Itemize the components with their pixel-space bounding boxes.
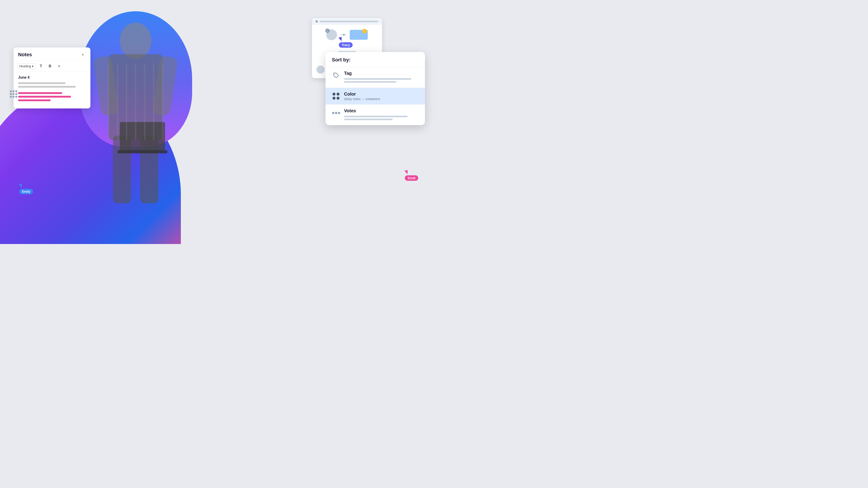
votes-bar-1 xyxy=(344,116,408,117)
list-icon: ≡ xyxy=(58,64,60,68)
cursor-emily-container: Emily xyxy=(19,184,33,194)
scott-cursor-arrow xyxy=(405,170,408,175)
person-silhouette xyxy=(79,18,192,203)
sort-item-color[interactable]: Color sticky notes → containers xyxy=(326,88,425,104)
grid-dots xyxy=(10,90,17,98)
vote-dot-3 xyxy=(338,112,340,114)
list-button[interactable]: ≡ xyxy=(55,63,63,70)
pink-line-3 xyxy=(18,99,51,101)
notes-content: June 4 xyxy=(13,72,90,108)
grid-dots-inner xyxy=(10,90,17,98)
dot-8 xyxy=(13,96,14,98)
warn-badge: ! xyxy=(362,29,367,33)
sort-item-color-label: Color xyxy=(344,92,418,97)
arrow-right: → xyxy=(362,97,365,101)
svg-point-1 xyxy=(120,23,151,59)
sort-item-votes[interactable]: Votes xyxy=(326,104,425,125)
vote-dot-2 xyxy=(335,112,337,114)
text-line-2 xyxy=(18,86,76,88)
tag-bar-1 xyxy=(344,78,411,80)
sort-panel-header: Sort by: xyxy=(326,52,425,67)
text-format-icon: T xyxy=(40,64,42,68)
color-dots-icon xyxy=(332,92,340,101)
heading-label: Heading xyxy=(19,64,31,68)
color-dot-2 xyxy=(337,93,340,96)
text-line-1 xyxy=(18,82,66,84)
sort-panel: Sort by: Tag Color xyxy=(326,52,425,125)
sort-item-tag-bars xyxy=(344,78,418,83)
pink-line-1 xyxy=(18,92,62,94)
sort-item-tag-label: Tag xyxy=(344,71,418,76)
tag-bar-2 xyxy=(344,81,396,83)
notes-date: June 4 xyxy=(18,75,86,79)
sort-item-color-text: Color sticky notes → containers xyxy=(344,92,418,101)
svg-rect-8 xyxy=(118,150,167,153)
sort-item-tag[interactable]: Tag xyxy=(326,67,425,88)
check-badge: ✓ xyxy=(325,29,330,33)
cursor-tracy-container: Tracy xyxy=(339,37,352,48)
sort-item-votes-bars xyxy=(344,116,418,120)
dot-9 xyxy=(16,96,17,98)
notes-panel: Notes × Heading ▾ T B ≡ June 4 xyxy=(13,47,90,108)
emily-cursor-arrow xyxy=(19,184,23,188)
dot-6 xyxy=(16,93,17,95)
heading-select[interactable]: Heading ▾ xyxy=(17,63,35,69)
bold-button[interactable]: B xyxy=(46,63,54,70)
close-icon: × xyxy=(82,53,84,57)
notes-toolbar: Heading ▾ T B ≡ xyxy=(13,61,90,72)
dot-5 xyxy=(13,93,14,95)
sort-panel-title: Sort by: xyxy=(332,57,350,63)
cursor-scott-container: Scott xyxy=(405,170,418,181)
votes-bar-2 xyxy=(344,119,393,120)
bold-icon: B xyxy=(49,64,51,68)
color-dot-4 xyxy=(337,97,340,100)
votes-icon xyxy=(332,109,340,117)
tag-icon xyxy=(332,71,340,80)
diagram-arrow xyxy=(341,35,346,35)
dot-1 xyxy=(10,90,12,92)
notes-title: Notes xyxy=(18,52,32,58)
vote-dot-1 xyxy=(332,112,334,114)
pink-line-2 xyxy=(18,96,71,98)
sort-item-votes-text: Votes xyxy=(344,108,418,122)
diagram-toolbar xyxy=(312,18,382,25)
emily-cursor-label: Emily xyxy=(19,189,33,194)
diagram-circle: ✓ xyxy=(326,29,337,40)
dot-3 xyxy=(16,90,17,92)
notes-header: Notes × xyxy=(13,47,90,61)
dot-2 xyxy=(13,90,14,92)
dot-7 xyxy=(10,96,12,98)
color-dot-1 xyxy=(333,93,336,96)
close-button[interactable]: × xyxy=(80,52,86,58)
diagram-person-icon xyxy=(316,66,324,74)
sort-item-tag-text: Tag xyxy=(344,71,418,84)
color-dot-3 xyxy=(333,97,336,100)
scott-cursor-label: Scott xyxy=(405,175,418,181)
text-format-button[interactable]: T xyxy=(37,63,44,70)
sort-item-votes-label: Votes xyxy=(344,108,418,113)
diagram-url-bar xyxy=(320,21,378,22)
dropdown-icon: ▾ xyxy=(32,64,33,68)
tracy-cursor-arrow xyxy=(339,37,342,41)
diagram-dot xyxy=(315,20,318,23)
dot-4 xyxy=(10,93,12,95)
sort-item-color-sublabel: sticky notes → containers xyxy=(344,97,418,101)
spacer xyxy=(18,90,86,92)
tracy-cursor-label: Tracy xyxy=(339,42,352,48)
